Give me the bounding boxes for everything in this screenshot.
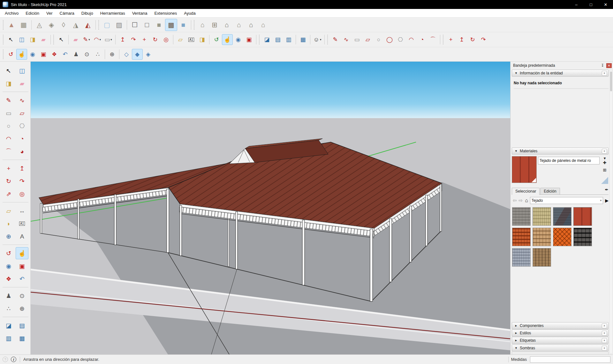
stamp-button[interactable]: ◈	[45, 19, 57, 31]
menu-archivo[interactable]: Archivo	[1, 9, 22, 17]
back-arrow-icon[interactable]: ⇦	[513, 198, 517, 203]
tab-seleccionar[interactable]: Seleccionar	[512, 188, 540, 195]
tape-measure-button[interactable]: ▱	[2, 205, 15, 217]
look-around-button[interactable]: ⊙	[16, 290, 28, 302]
info-icon[interactable]: i	[11, 357, 16, 362]
tab-edicion[interactable]: Edición	[540, 188, 560, 194]
material-swatch-roofing-tan-shakes[interactable]	[533, 207, 551, 226]
line-button[interactable]: ✎	[2, 94, 15, 106]
menu-edicion[interactable]: Edición	[22, 9, 43, 17]
view-front-button[interactable]: ⌂	[221, 19, 233, 31]
style-shaded-with-textures-button[interactable]: ▩	[165, 19, 177, 31]
dimensions-button[interactable]: ↔	[16, 205, 28, 217]
eraser-2-button[interactable]: ▰	[70, 34, 81, 45]
paint-bucket-button[interactable]: ◨	[2, 77, 15, 89]
walk-button[interactable]: ∴	[2, 302, 15, 315]
rotated-rectangle-button[interactable]: ▱	[362, 34, 373, 45]
toolbar-grip[interactable]	[327, 35, 329, 44]
forward-arrow-icon[interactable]: ⇨	[519, 198, 523, 203]
pan-button[interactable]: ☝	[222, 34, 233, 45]
section-display-button[interactable]: ▥	[283, 34, 294, 45]
arc-3pt-button[interactable]: ⌒	[428, 34, 438, 45]
material-swatch-roofing-red-metal-panels[interactable]	[573, 207, 592, 226]
circle-button[interactable]: ○	[2, 120, 15, 132]
select-2-button[interactable]: ↖	[56, 34, 67, 45]
pin-icon[interactable]: ↧	[600, 63, 605, 68]
make-component-button[interactable]: ◫	[16, 34, 27, 45]
material-swatch-roofing-gray-shingles[interactable]	[512, 207, 531, 226]
model-viewport[interactable]	[31, 62, 510, 354]
section-close-icon[interactable]: ×	[602, 331, 607, 336]
pie-button[interactable]: ◔	[417, 34, 428, 45]
look-around-button[interactable]: ⊙	[81, 49, 92, 60]
material-swatch-roofing-terracotta-barrel-tiles[interactable]	[512, 228, 531, 246]
rotate-button[interactable]: ↻	[2, 175, 15, 187]
compass-button[interactable]: ⊕	[16, 302, 28, 315]
secondary-pane-icon[interactable]: ▾✚	[603, 156, 607, 165]
text-button[interactable]: A1	[186, 34, 197, 45]
move-button[interactable]: +	[139, 34, 150, 45]
section-close-icon[interactable]: ×	[602, 149, 607, 154]
rotated-rectangle-button[interactable]: ▱	[16, 107, 28, 119]
model-canvas[interactable]	[31, 62, 510, 354]
account-button[interactable]: ☺▾	[312, 34, 323, 45]
section-componentes[interactable]: ►Componentes×	[512, 322, 609, 329]
menu-camara[interactable]: Cámara	[56, 9, 78, 17]
paint-2-button[interactable]: ◨	[197, 34, 208, 45]
line-2-button[interactable]: ✎	[330, 34, 341, 45]
toolbar-grip[interactable]	[3, 20, 4, 30]
push-pull-2-button[interactable]: ↥	[456, 34, 467, 45]
follow-me-button[interactable]: ↷	[16, 175, 28, 187]
smoove-button[interactable]: ◬	[33, 19, 45, 31]
rotate-2-button[interactable]: ↻	[467, 34, 478, 45]
make-component-button[interactable]: ◫	[16, 64, 28, 77]
menu-ayuda[interactable]: Ayuda	[180, 9, 199, 17]
section-close-icon[interactable]: ×	[602, 346, 607, 351]
3d-text-button[interactable]: A	[16, 230, 28, 242]
orbit-button[interactable]: ↺	[5, 49, 16, 60]
drape-button[interactable]: ◊	[57, 19, 70, 31]
menu-herramientas[interactable]: Herramientas	[97, 9, 129, 17]
axes-button[interactable]: ⊕	[2, 230, 15, 242]
geolocation-icon[interactable]: ?	[3, 357, 8, 362]
scale-button[interactable]: ⇗	[2, 188, 15, 200]
rotate-button[interactable]: ↻	[150, 34, 161, 45]
minimize-button[interactable]: –	[569, 0, 584, 9]
walk-button[interactable]: ∴	[92, 49, 103, 60]
active-material-preview[interactable]	[512, 156, 537, 183]
sandbox-from-contours-button[interactable]: ▲	[5, 19, 18, 31]
pan-button[interactable]: ☝	[16, 49, 27, 60]
section-materials[interactable]: ▼ Materiales ×	[512, 148, 609, 155]
zoom-previous-button[interactable]: ↶	[16, 273, 28, 285]
freehand-button[interactable]: ∿	[16, 94, 28, 106]
toolbar-grip[interactable]	[3, 49, 4, 59]
material-swatch-roofing-dark-gray-shingles[interactable]	[573, 228, 592, 246]
measurements-box[interactable]	[530, 356, 610, 363]
toolbar-grip[interactable]	[194, 20, 195, 30]
section-cut-button[interactable]: ▥	[2, 332, 15, 344]
sandbox-from-scratch-button[interactable]: ▦	[18, 19, 30, 31]
move-button[interactable]: +	[2, 162, 15, 174]
orbit-button[interactable]: ↺	[2, 247, 15, 259]
offset-button[interactable]: ◎	[161, 34, 171, 45]
material-swatch-roofing-orange-fishscale-tiles[interactable]	[553, 228, 571, 246]
zoom-button[interactable]: ◉	[27, 49, 38, 60]
toolbar-grip[interactable]	[98, 20, 100, 30]
view-left-button[interactable]: ⌂	[257, 19, 269, 31]
pie-button[interactable]: ◔	[16, 133, 28, 145]
maximize-button[interactable]: □	[584, 0, 598, 9]
view-right-button[interactable]: ⌂	[233, 19, 245, 31]
position-camera-button[interactable]: ♟	[71, 49, 81, 60]
zoom-button[interactable]: ◉	[2, 260, 15, 272]
view-cube-1-button[interactable]: ◇	[121, 49, 132, 60]
zoom-window-button[interactable]: ▣	[38, 49, 49, 60]
orbit-button[interactable]: ↺	[211, 34, 222, 45]
polygon-button[interactable]: ⎔	[16, 120, 28, 132]
style-hidden-line-button[interactable]: □	[141, 19, 153, 31]
zoom-window-button[interactable]: ▣	[244, 34, 254, 45]
line-button[interactable]: ✎▾	[81, 34, 92, 45]
arc-2pt-button[interactable]: ◠	[2, 133, 15, 145]
move-2-button[interactable]: +	[445, 34, 456, 45]
toolbar-grip[interactable]	[3, 35, 4, 44]
zoom-button[interactable]: ◉	[233, 34, 244, 45]
